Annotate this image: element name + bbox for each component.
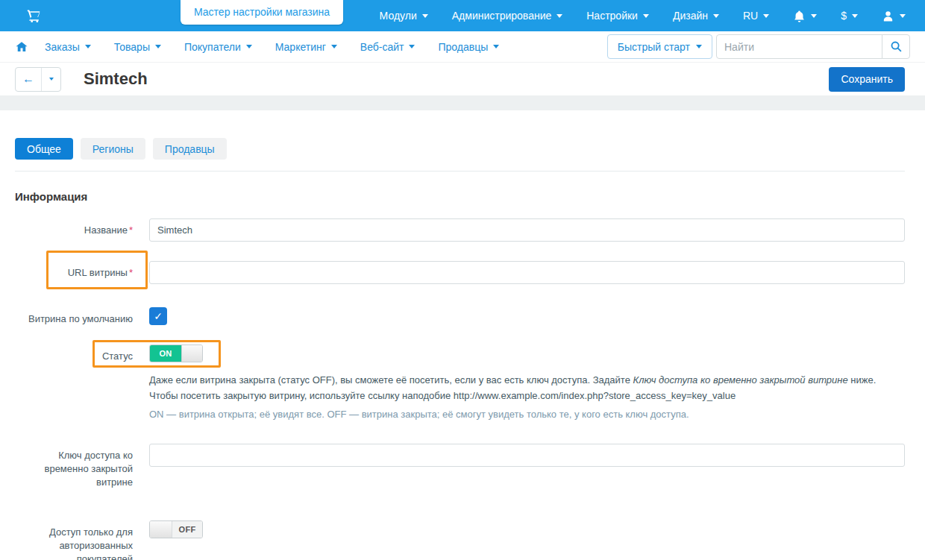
name-field-label: Название* xyxy=(15,218,133,242)
nav-item-label: Товары xyxy=(114,41,150,53)
menu-settings-label: Настройки xyxy=(586,10,638,22)
access-key-field-label: Ключ доступа ко временно закрытой витрин… xyxy=(15,444,133,489)
nav-item-label: Маркетинг xyxy=(275,41,326,53)
save-button[interactable]: Сохранить xyxy=(829,67,905,92)
nav-item-orders[interactable]: Заказы xyxy=(45,41,91,53)
required-marker: * xyxy=(129,267,133,278)
nav-item-label: Продавцы xyxy=(438,41,488,53)
help-text-italic: Ключ доступа ко временно закрытой витрин… xyxy=(633,374,847,386)
chevron-down-icon xyxy=(556,14,562,18)
status-field-label: Статус xyxy=(15,345,133,422)
chevron-down-icon xyxy=(49,78,54,81)
home-icon[interactable] xyxy=(15,40,28,54)
status-help-text: Даже если витрина закрыта (статус OFF), … xyxy=(149,372,891,403)
nav-item-products[interactable]: Товары xyxy=(114,41,161,53)
back-dropdown-button[interactable] xyxy=(41,68,60,91)
form-row-access-key: Ключ доступа ко временно закрытой витрин… xyxy=(15,444,905,489)
topbar: Мастер настройки магазина Модули Админис… xyxy=(0,0,925,31)
chevron-down-icon xyxy=(246,45,252,48)
nav-item-website[interactable]: Веб-сайт xyxy=(360,41,416,53)
nav-item-vendors[interactable]: Продавцы xyxy=(438,41,499,53)
nav-right: Быстрый старт xyxy=(607,34,910,59)
chevron-down-icon xyxy=(409,45,415,48)
name-input[interactable] xyxy=(149,218,905,242)
back-button[interactable]: ← xyxy=(16,68,41,91)
access-key-input[interactable] xyxy=(149,444,905,467)
section-title: Информация xyxy=(15,190,905,203)
storefront-url-input[interactable] xyxy=(149,261,905,284)
toggle-state-label: OFF xyxy=(172,521,202,538)
tab-vendors[interactable]: Продавцы xyxy=(153,138,227,160)
chevron-down-icon xyxy=(763,14,769,18)
tab-general[interactable]: Общее xyxy=(15,138,73,160)
tabs-divider xyxy=(15,171,905,172)
language-label: RU xyxy=(743,10,758,22)
nav-item-label: Покупатели xyxy=(184,41,241,53)
nav-item-label: Заказы xyxy=(45,41,80,53)
chevron-down-icon xyxy=(422,14,428,18)
nav-item-label: Веб-сайт xyxy=(360,41,404,53)
header-divider-band xyxy=(0,95,925,110)
label-text: Статус xyxy=(102,350,133,362)
chevron-down-icon xyxy=(696,45,702,48)
chevron-down-icon xyxy=(713,14,719,18)
auth-only-field-label: Доступ только для авторизованных покупат… xyxy=(15,520,133,560)
nav-item-customers[interactable]: Покупатели xyxy=(184,41,252,53)
default-storefront-field-label: Витрина по умолчанию xyxy=(15,307,133,326)
chevron-down-icon xyxy=(643,14,649,18)
label-text: Витрина по умолчанию xyxy=(28,313,133,324)
auth-only-toggle[interactable]: OFF xyxy=(149,520,203,538)
label-text: Название xyxy=(84,224,128,236)
help-text-part: Даже если витрина закрыта (статус OFF), … xyxy=(149,374,633,386)
search-input[interactable] xyxy=(716,34,882,59)
help-text-line2: Чтобы посетить закрытую витрину, использ… xyxy=(149,390,736,401)
notifications-menu[interactable] xyxy=(793,10,817,22)
check-icon: ✓ xyxy=(154,310,163,322)
menu-administration[interactable]: Администрирование xyxy=(452,10,563,22)
search-icon xyxy=(890,40,903,53)
tab-regions[interactable]: Регионы xyxy=(81,138,145,160)
label-text: URL витрины xyxy=(68,267,128,278)
menu-modules-label: Модули xyxy=(380,10,417,22)
topbar-menus: Модули Администрирование Настройки Дизай… xyxy=(380,10,906,22)
nav-items: Заказы Товары Покупатели Маркетинг Веб-с… xyxy=(45,41,499,53)
chevron-down-icon xyxy=(493,45,499,48)
form-row-auth-only: Доступ только для авторизованных покупат… xyxy=(15,520,905,560)
cart-icon[interactable] xyxy=(27,9,41,23)
nav-item-marketing[interactable]: Маркетинг xyxy=(275,41,337,53)
currency-menu[interactable]: $ xyxy=(841,10,858,22)
search-button[interactable] xyxy=(882,34,910,59)
chevron-down-icon xyxy=(900,14,906,18)
search-group xyxy=(716,34,910,59)
currency-symbol: $ xyxy=(841,10,847,22)
bell-icon xyxy=(793,10,806,22)
page-header: ← Simtech Сохранить xyxy=(0,63,925,95)
storefront-url-field-label: URL витрины* xyxy=(15,261,133,284)
page-title: Simtech xyxy=(84,69,148,89)
form-row-status: Статус ON Даже если витрина закрыта (ста… xyxy=(15,345,905,422)
required-marker: * xyxy=(129,224,133,236)
chevron-down-icon xyxy=(331,45,337,48)
store-setup-wizard-button[interactable]: Мастер настройки магазина xyxy=(181,0,343,25)
menu-design-label: Дизайн xyxy=(673,10,708,22)
back-button-group: ← xyxy=(15,67,61,92)
user-icon xyxy=(882,10,894,22)
chevron-down-icon xyxy=(85,45,91,48)
quick-start-button[interactable]: Быстрый старт xyxy=(607,34,712,59)
user-menu[interactable] xyxy=(882,10,906,22)
toggle-state-label: ON xyxy=(150,345,181,362)
back-arrow-icon: ← xyxy=(22,72,34,86)
label-text: Ключ доступа ко временно закрытой витрин… xyxy=(45,450,134,488)
menu-modules[interactable]: Модули xyxy=(380,10,428,22)
menu-design[interactable]: Дизайн xyxy=(673,10,719,22)
menu-settings[interactable]: Настройки xyxy=(586,10,649,22)
toggle-knob xyxy=(181,345,202,362)
form-row-name: Название* xyxy=(15,218,905,242)
main-content: Общее Регионы Продавцы Информация Назван… xyxy=(0,138,925,560)
default-storefront-checkbox[interactable]: ✓ xyxy=(149,307,167,325)
form-row-default-storefront: Витрина по умолчанию ✓ xyxy=(15,307,905,326)
help-text-part: ниже. xyxy=(848,374,877,386)
language-menu[interactable]: RU xyxy=(743,10,769,22)
status-toggle[interactable]: ON xyxy=(149,345,203,362)
chevron-down-icon xyxy=(852,14,858,18)
